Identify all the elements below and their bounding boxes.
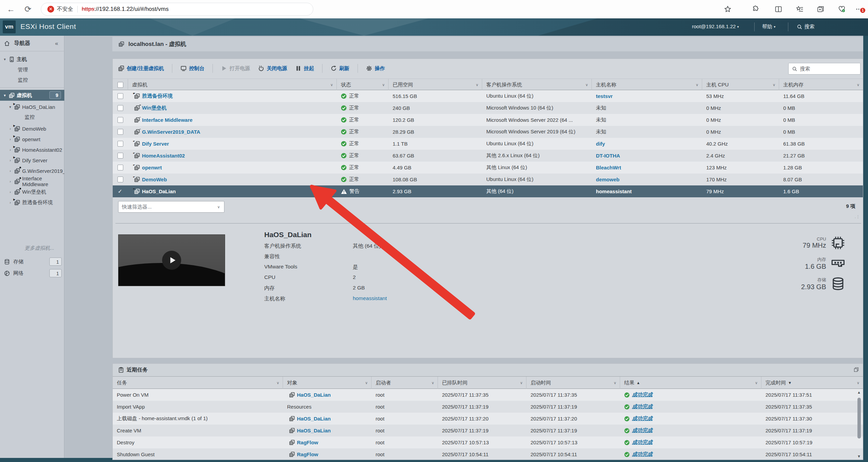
- row-checkbox[interactable]: [117, 177, 123, 182]
- column-filter-icon[interactable]: ∨: [476, 83, 478, 87]
- browser-reload-button[interactable]: ⟳: [25, 4, 31, 14]
- column-filter-icon[interactable]: ∨: [277, 381, 279, 385]
- task-row[interactable]: Import VApp Resources root 2025/07/17 11…: [113, 401, 863, 413]
- task-result-link[interactable]: 成功完成: [632, 439, 652, 446]
- browser-essentials-icon[interactable]: [838, 5, 846, 13]
- chevron-right-icon[interactable]: ›: [8, 190, 12, 194]
- toolbar-button-6[interactable]: 操作: [366, 65, 385, 72]
- vm-table-row[interactable]: ▶胜透备份环境 正常 516.15 GB Ubuntu Linux (64 位)…: [113, 90, 863, 102]
- column-filter-icon[interactable]: ∨: [755, 381, 758, 385]
- tasks-column-header-object[interactable]: 对象 ∨: [283, 377, 372, 389]
- toolbar-button-3[interactable]: 关闭电源: [258, 65, 287, 72]
- tasks-column-header-result[interactable]: 结果▲ ∨: [620, 377, 761, 389]
- column-filter-icon[interactable]: ∨: [614, 381, 616, 385]
- task-target-link[interactable]: RagFlow: [297, 451, 318, 457]
- vm-search-input[interactable]: 搜索: [788, 63, 861, 75]
- browser-back-button[interactable]: ←: [7, 4, 15, 14]
- bookmark-star-icon[interactable]: [724, 5, 732, 13]
- sidebar-vm-item[interactable]: ▾ ▶HaOS_DaLian: [0, 102, 64, 112]
- security-label[interactable]: 不安全: [57, 6, 73, 13]
- tasks-column-header-task[interactable]: 任务 ∨: [113, 377, 283, 389]
- vm-name-link[interactable]: Interface Middleware: [142, 117, 192, 123]
- resize-grip[interactable]: .⋮: [855, 215, 860, 219]
- sidebar-vm-item[interactable]: › ▶Dify Server: [0, 155, 64, 165]
- hostname-link[interactable]: testsvr: [596, 93, 613, 99]
- vm-name-link[interactable]: G.WinServer2019_DATA: [142, 129, 200, 135]
- chevron-right-icon[interactable]: ›: [8, 158, 12, 162]
- row-checkbox[interactable]: [117, 117, 123, 123]
- sidebar-item-virtual-machines[interactable]: ▾ 虚拟机 9: [0, 90, 64, 101]
- vm-name-link[interactable]: Win堡垒机: [142, 105, 167, 111]
- user-menu[interactable]: root@192.168.1.22 ▾: [692, 23, 739, 29]
- chevron-down-icon[interactable]: ▾: [3, 93, 7, 98]
- vm-table-row[interactable]: Win堡垒机 正常 240 GB Microsoft Windows 10 (6…: [113, 102, 863, 114]
- sidebar-vm-item[interactable]: › ▶胜透备份环境: [0, 197, 64, 208]
- column-filter-icon[interactable]: ∨: [431, 381, 434, 385]
- hostname-link[interactable]: dify: [596, 141, 605, 147]
- address-bar[interactable]: ✕ 不安全 https://192.168.1.22/ui/#/host/vms: [41, 3, 313, 16]
- sidebar-vm-item[interactable]: › Interface Middleware: [0, 176, 64, 186]
- favorites-icon[interactable]: [796, 5, 804, 13]
- toolbar-button-0[interactable]: 创建/注册虚拟机: [118, 65, 164, 72]
- tasks-column-header-completion-time[interactable]: 完成时间▼ ∨: [761, 377, 863, 389]
- help-menu[interactable]: 帮助 ▾: [762, 23, 775, 30]
- hostname-link[interactable]: DT-IOTHA: [596, 153, 620, 159]
- column-header-status[interactable]: 状态∨: [337, 79, 389, 90]
- sidebar-vm-item[interactable]: › ▶HomeAssistant02: [0, 145, 64, 155]
- split-screen-icon[interactable]: [774, 5, 783, 13]
- vm-name-link[interactable]: HomeAssistant02: [142, 153, 185, 159]
- vm-table-row[interactable]: ▶Dify Server 正常 1.1 TB Ubuntu Linux (64 …: [113, 138, 863, 150]
- chevron-right-icon[interactable]: ›: [8, 200, 12, 204]
- row-checkbox-checked[interactable]: ✓: [117, 188, 123, 195]
- task-target-link[interactable]: HaOS_DaLian: [297, 392, 331, 398]
- sidebar-vm-item[interactable]: › G.WinServer2019_DA...: [0, 166, 64, 176]
- collapse-sidebar-icon[interactable]: «: [55, 40, 58, 47]
- column-filter-icon[interactable]: ∨: [585, 83, 588, 87]
- tasks-column-header-initiator[interactable]: 启动者 ∨: [372, 377, 438, 389]
- vm-name-link[interactable]: openwrt: [142, 165, 162, 170]
- row-checkbox[interactable]: [117, 165, 123, 170]
- column-filter-icon[interactable]: ∨: [773, 83, 775, 87]
- insecure-badge-icon[interactable]: ✕: [47, 6, 54, 13]
- task-row[interactable]: Create VM HaOS_DaLian root 2025/07/17 11…: [113, 425, 863, 436]
- task-result-link[interactable]: 成功完成: [632, 392, 652, 398]
- toolbar-button-4[interactable]: 挂起: [295, 65, 314, 72]
- row-checkbox[interactable]: [117, 93, 123, 99]
- sidebar-vm-item[interactable]: › ▶openwrt: [0, 134, 64, 144]
- scroll-up-icon[interactable]: ▲: [857, 390, 861, 394]
- task-result-link[interactable]: 成功完成: [632, 427, 652, 434]
- column-header-host-cpu[interactable]: 主机 CPU∨: [702, 79, 779, 90]
- chevron-right-icon[interactable]: ›: [8, 137, 12, 141]
- chevron-down-icon[interactable]: ▾: [8, 105, 12, 109]
- column-header-used-space[interactable]: 已用空间∨: [389, 79, 482, 90]
- vm-table-row[interactable]: G.WinServer2019_DATA 正常 28.29 GB Microso…: [113, 126, 863, 138]
- extensions-icon[interactable]: [752, 5, 760, 13]
- column-filter-icon[interactable]: ∨: [382, 83, 385, 87]
- toolbar-button-1[interactable]: 控制台: [180, 65, 204, 72]
- column-header-guest-os[interactable]: 客户机操作系统∨: [482, 79, 592, 90]
- column-header-host-memory[interactable]: 主机内存∨: [779, 79, 863, 90]
- global-search[interactable]: 搜索: [797, 23, 815, 30]
- vm-table-row[interactable]: ▶openwrt 正常 4.49 GB 其他 Linux (64 位) Blea…: [113, 162, 863, 174]
- expand-panel-icon[interactable]: [854, 367, 859, 372]
- vm-table-row[interactable]: Interface Middleware 正常 120.2 GB Microso…: [113, 114, 863, 126]
- task-row[interactable]: Destroy RagFlow root 2025/07/17 10:57:13…: [113, 436, 863, 448]
- sidebar-item-storage[interactable]: 存储 1: [0, 256, 64, 267]
- column-filter-icon[interactable]: ∨: [520, 381, 523, 385]
- vm-table-row[interactable]: ▶DemoWeb 正常 108.08 GB Ubuntu Linux (64 位…: [113, 174, 863, 185]
- collections-icon[interactable]: [817, 5, 825, 13]
- chevron-down-icon[interactable]: ▾: [3, 57, 7, 62]
- task-result-link[interactable]: 成功完成: [632, 415, 652, 422]
- row-checkbox[interactable]: [117, 141, 123, 147]
- task-result-link[interactable]: 成功完成: [632, 451, 652, 458]
- task-target-link[interactable]: HaOS_DaLian: [297, 416, 331, 422]
- browser-menu-icon[interactable]: 1: [855, 5, 863, 13]
- column-filter-icon[interactable]: ∨: [696, 83, 698, 87]
- column-header-hostname[interactable]: 主机名称∨: [592, 79, 702, 90]
- vm-table-row[interactable]: ▶HomeAssistant02 正常 63.67 GB 其他 2.6.x Li…: [113, 150, 863, 162]
- play-console-button[interactable]: [162, 251, 181, 270]
- column-filter-icon[interactable]: ∨: [330, 83, 333, 87]
- hostname-link[interactable]: homeassistant: [596, 188, 632, 194]
- task-row[interactable]: Power On VM HaOS_DaLian root 2025/07/17 …: [113, 389, 863, 401]
- hostname-link[interactable]: BleachWrt: [596, 165, 621, 170]
